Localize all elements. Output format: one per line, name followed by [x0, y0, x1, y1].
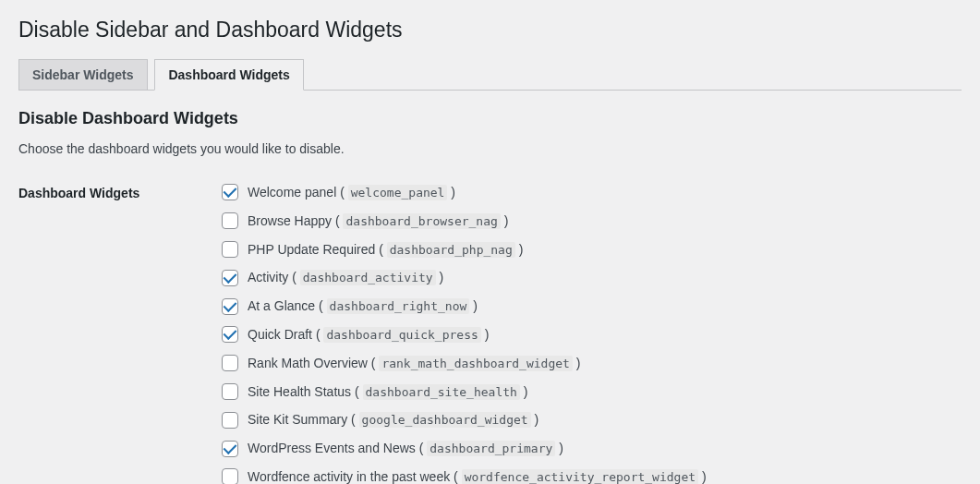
widget-code: wordfence_activity_report_widget — [462, 469, 698, 484]
widget-row[interactable]: Site Kit Summary ( google_dashboard_widg… — [222, 409, 962, 430]
widget-label: Activity ( dashboard_activity ) — [248, 267, 443, 288]
widget-row[interactable]: At a Glance ( dashboard_right_now ) — [222, 296, 962, 317]
widget-row[interactable]: Rank Math Overview ( rank_math_dashboard… — [222, 353, 962, 374]
widget-label: Quick Draft ( dashboard_quick_press ) — [248, 324, 489, 345]
widget-row[interactable]: Activity ( dashboard_activity ) — [222, 267, 962, 288]
widget-checkbox[interactable] — [222, 355, 238, 371]
widget-label: Site Kit Summary ( google_dashboard_widg… — [248, 409, 538, 430]
widget-code: welcome_panel — [348, 185, 448, 200]
widget-label: Site Health Status ( dashboard_site_heal… — [248, 381, 527, 403]
tab-bar: Sidebar Widgets Dashboard Widgets — [18, 59, 962, 91]
widget-label: Browse Happy ( dashboard_browser_nag ) — [248, 211, 508, 232]
widget-row[interactable]: Site Health Status ( dashboard_site_heal… — [222, 381, 962, 403]
widget-label: Welcome panel ( welcome_panel ) — [248, 182, 455, 203]
page-title: Disable Sidebar and Dashboard Widgets — [18, 9, 962, 46]
widget-row[interactable]: Welcome panel ( welcome_panel ) — [222, 182, 962, 203]
widget-label: PHP Update Required ( dashboard_php_nag … — [248, 239, 523, 260]
widget-checkbox[interactable] — [222, 241, 238, 258]
widget-label: At a Glance ( dashboard_right_now ) — [248, 296, 478, 317]
field-label-dashboard-widgets: Dashboard Widgets — [18, 182, 222, 484]
widget-code: rank_math_dashboard_widget — [379, 356, 573, 371]
widget-label: Wordfence activity in the past week ( wo… — [248, 466, 707, 484]
widget-checkbox[interactable] — [222, 468, 238, 484]
widget-checkbox[interactable] — [222, 441, 238, 457]
widget-checkbox[interactable] — [222, 412, 238, 429]
widget-row[interactable]: Wordfence activity in the past week ( wo… — [222, 466, 962, 484]
widget-label: Rank Math Overview ( rank_math_dashboard… — [248, 353, 580, 374]
widget-checkbox[interactable] — [222, 298, 238, 315]
widget-row[interactable]: WordPress Events and News ( dashboard_pr… — [222, 438, 962, 459]
widget-checkbox[interactable] — [222, 212, 238, 229]
section-title: Disable Dashboard Widgets — [18, 109, 962, 128]
widget-code: dashboard_activity — [300, 270, 436, 285]
widget-code: google_dashboard_widget — [359, 412, 531, 428]
tab-sidebar-widgets[interactable]: Sidebar Widgets — [18, 59, 148, 91]
widget-row[interactable]: Browse Happy ( dashboard_browser_nag ) — [222, 211, 962, 232]
widget-list: Welcome panel ( welcome_panel )Browse Ha… — [222, 182, 962, 484]
widget-label: WordPress Events and News ( dashboard_pr… — [248, 438, 563, 459]
widget-checkbox[interactable] — [222, 326, 238, 343]
widget-code: dashboard_primary — [427, 441, 555, 456]
section-description: Choose the dashboard widgets you would l… — [18, 141, 962, 156]
widget-code: dashboard_site_health — [363, 384, 520, 400]
widget-row[interactable]: Quick Draft ( dashboard_quick_press ) — [222, 324, 962, 345]
widget-checkbox[interactable] — [222, 184, 238, 200]
widget-code: dashboard_quick_press — [323, 327, 480, 343]
widget-code: dashboard_php_nag — [387, 242, 515, 258]
widget-row[interactable]: PHP Update Required ( dashboard_php_nag … — [222, 239, 962, 260]
widget-code: dashboard_right_now — [327, 298, 470, 314]
widget-checkbox[interactable] — [222, 270, 238, 286]
tab-dashboard-widgets[interactable]: Dashboard Widgets — [154, 59, 303, 91]
widget-checkbox[interactable] — [222, 383, 238, 400]
widget-code: dashboard_browser_nag — [343, 213, 500, 229]
